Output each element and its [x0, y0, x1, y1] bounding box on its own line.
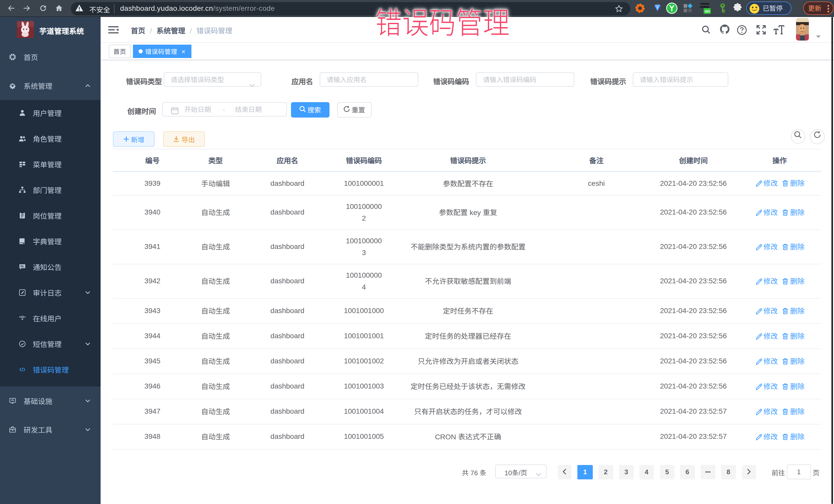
- svg-text:on: on: [705, 9, 710, 13]
